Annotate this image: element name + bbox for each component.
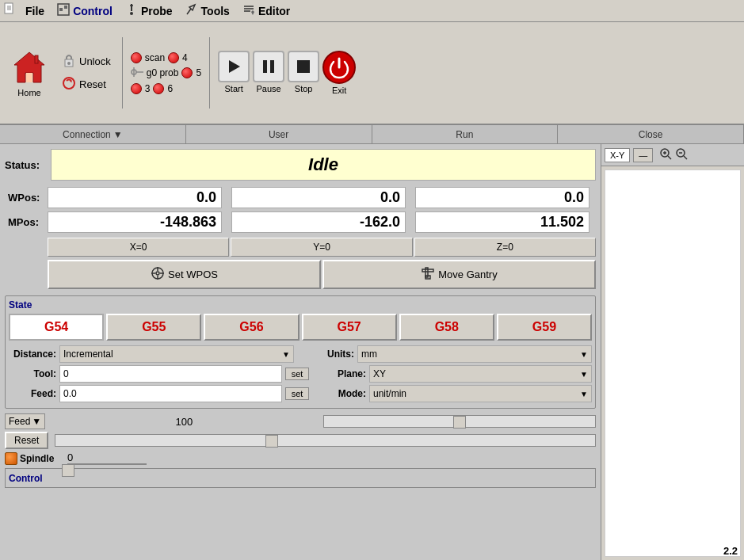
home-button[interactable]: Home (5, 46, 54, 101)
pause-label: Pause (257, 84, 281, 93)
main-area: Status: Idle WPos: 0.0 0.0 0.0 MPos: -14… (0, 144, 744, 560)
menu-probe[interactable]: Probe (119, 2, 179, 20)
zero-buttons-row: X=0 Y=0 Z=0 (5, 238, 596, 257)
xy-view-button[interactable]: X-Y (605, 148, 630, 162)
right-panel: X-Y — (601, 144, 744, 560)
menu-editor-label: Editor (258, 5, 290, 17)
mode-dropdown[interactable]: unit/min ▼ (369, 385, 592, 402)
tab-close[interactable]: Close (558, 125, 744, 143)
g-tab-g59[interactable]: G59 (497, 314, 592, 341)
left-panel: Status: Idle WPos: 0.0 0.0 0.0 MPos: -14… (0, 144, 601, 560)
plane-dropdown[interactable]: XY ▼ (369, 365, 592, 383)
distance-value: Incremental (63, 349, 113, 360)
zero-z-button[interactable]: Z=0 (414, 238, 596, 257)
feed-slider[interactable] (323, 415, 596, 428)
svg-point-17 (67, 62, 71, 65)
reset-button[interactable]: Reset (59, 74, 114, 94)
plane-arrow: ▼ (580, 370, 588, 379)
g-tab-g57[interactable]: G57 (302, 314, 397, 341)
run-controls: Start Pause Stop Exit (218, 51, 356, 95)
feed-mode-row: Feed: set Mode: unit/min ▼ (9, 385, 592, 402)
editor-icon (242, 3, 255, 18)
macro-label-2: g0 prob (147, 67, 179, 78)
tool-input[interactable] (59, 365, 282, 383)
reset-slider[interactable] (55, 434, 596, 447)
zero-x-button[interactable]: X=0 (48, 238, 229, 257)
menu-file[interactable]: File (19, 3, 51, 19)
tab-user[interactable]: User (186, 125, 372, 143)
wpos-y: 0.0 (231, 187, 406, 208)
feed-slider-row: Feed ▼ 100 (5, 413, 596, 429)
status-value: Idle (51, 149, 596, 181)
menu-file-label: File (25, 5, 44, 17)
menu-tools[interactable]: Tools (179, 2, 236, 20)
move-gantry-button[interactable]: Move Gantry (322, 260, 596, 289)
wpos-row: WPos: 0.0 0.0 0.0 (5, 185, 596, 210)
zoom-out-icon[interactable] (675, 147, 688, 162)
feed-reset-button[interactable]: Reset (5, 432, 48, 449)
g-tab-g54[interactable]: G54 (9, 314, 104, 341)
spindle-led (5, 452, 17, 465)
distance-dropdown[interactable]: Incremental ▼ (59, 345, 294, 363)
stop-icon (288, 51, 319, 82)
reset-slider-thumb[interactable] (265, 435, 278, 448)
spindle-slider-thumb[interactable] (62, 464, 74, 477)
plane-label: Plane: (319, 368, 366, 379)
mpos-z: 11.502 (415, 211, 589, 233)
user-label: User (269, 129, 288, 140)
svg-line-42 (684, 156, 687, 159)
set-wpos-label: Set WPOS (168, 269, 218, 280)
g-code-tabs: G54 G55 G56 G57 G58 G59 (9, 314, 592, 341)
feed-slider-thumb[interactable] (453, 416, 466, 429)
menu-editor[interactable]: Editor (236, 2, 296, 20)
tab-run[interactable]: Run (372, 125, 559, 143)
svg-marker-22 (229, 60, 240, 73)
start-label: Start (225, 84, 243, 93)
start-button[interactable]: Start (218, 51, 250, 95)
feed-percent-value: 100 (48, 416, 319, 428)
reset-icon (62, 76, 76, 93)
menu-bar: File Control Probe Tools Editor (0, 0, 744, 22)
set-wpos-button[interactable]: Set WPOS (48, 260, 321, 289)
state-section: State G54 G55 G56 G57 G58 (5, 295, 596, 409)
units-dropdown[interactable]: mm ▼ (357, 345, 592, 363)
spindle-value: 0 (67, 451, 596, 463)
minus-view-button[interactable]: — (633, 148, 653, 162)
tool-set-button[interactable]: set (285, 368, 309, 380)
spindle-slider[interactable] (67, 463, 147, 465)
unlock-button[interactable]: Unlock (59, 51, 114, 71)
feed-dropdown[interactable]: Feed ▼ (5, 413, 45, 429)
tab-connection[interactable]: Connection ▼ (0, 125, 186, 143)
stop-button[interactable]: Stop (288, 51, 319, 95)
g-tab-g56[interactable]: G56 (204, 314, 299, 341)
exit-button[interactable]: Exit (322, 51, 356, 95)
status-label: Status: (5, 159, 44, 171)
exit-icon (322, 51, 356, 84)
svg-rect-6 (64, 6, 67, 9)
svg-point-29 (156, 272, 159, 275)
menu-control[interactable]: Control (51, 2, 119, 20)
macro-row-3: 3 6 (131, 83, 201, 94)
macro-number-6: 6 (167, 83, 173, 94)
pause-icon (253, 51, 284, 82)
svg-rect-25 (297, 60, 310, 73)
zoom-in-icon[interactable] (659, 147, 672, 162)
g-tab-g55[interactable]: G55 (106, 314, 201, 341)
macro-led-6 (153, 83, 164, 94)
plane-value: XY (373, 368, 386, 379)
dropdown-icon: ▼ (113, 129, 123, 140)
feed-input[interactable] (59, 385, 282, 402)
mode-label: Mode: (319, 388, 366, 399)
run-buttons: Start Pause Stop Exit (218, 51, 356, 95)
zero-y-button[interactable]: Y=0 (231, 238, 412, 257)
reset-label: Reset (79, 78, 106, 90)
pause-button[interactable]: Pause (253, 51, 284, 95)
crosshair-icon (151, 266, 165, 283)
feed-set-button[interactable]: set (285, 387, 309, 400)
status-row: Status: Idle (5, 149, 596, 181)
move-gantry-label: Move Gantry (438, 269, 497, 280)
g-tab-g58[interactable]: G58 (399, 314, 494, 341)
spindle-row: Spindle 0 (5, 451, 596, 465)
macro-led-3 (131, 83, 142, 94)
spindle-text: Spindle (20, 453, 54, 464)
